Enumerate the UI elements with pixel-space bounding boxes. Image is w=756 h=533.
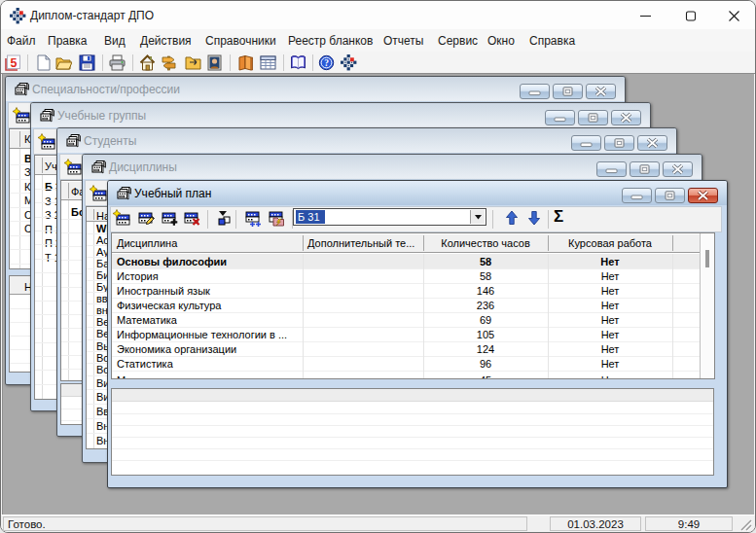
svg-text:5: 5 bbox=[11, 56, 18, 70]
svg-text:?: ? bbox=[324, 58, 329, 68]
